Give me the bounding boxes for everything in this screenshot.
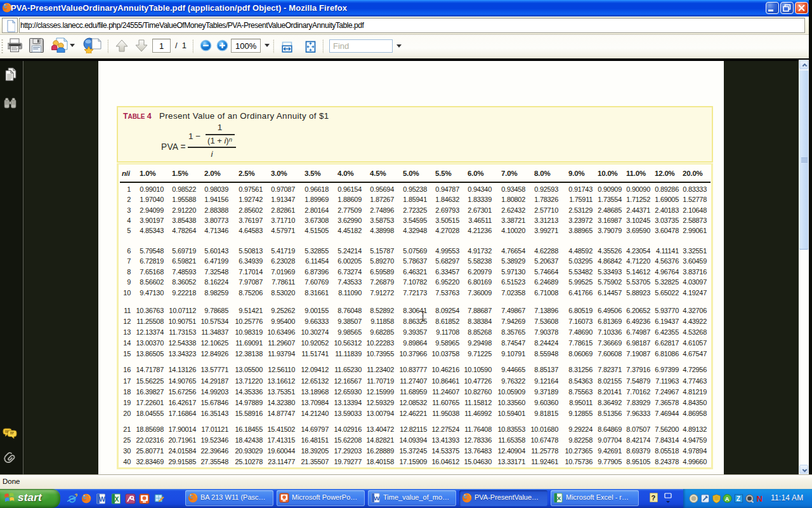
svg-text:?: ? xyxy=(652,494,656,502)
svg-text:W: W xyxy=(374,495,380,502)
svg-text:W: W xyxy=(99,495,105,503)
svg-text:X: X xyxy=(115,495,119,503)
svg-text:A: A xyxy=(725,496,730,502)
svg-text:X: X xyxy=(557,495,561,502)
svg-text:N: N xyxy=(756,494,762,504)
svg-text:Z: Z xyxy=(737,495,740,502)
